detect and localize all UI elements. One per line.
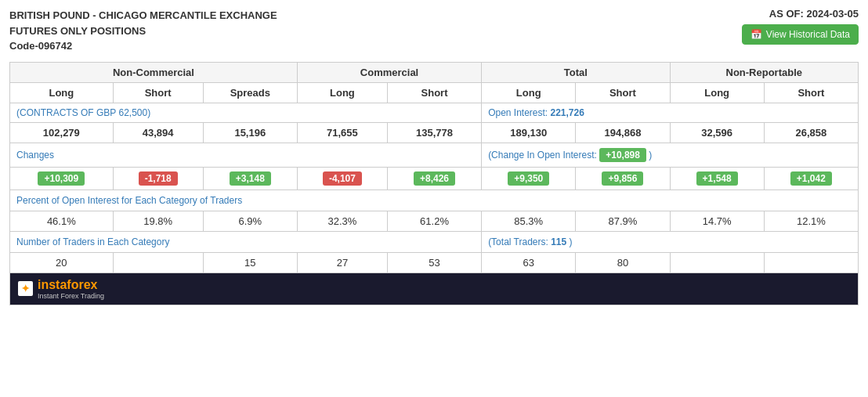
instaforex-sub-text: Instant Forex Trading [38, 292, 104, 300]
col-header-row: Long Short Spreads Long Short Long Short… [10, 82, 859, 103]
nc-spreads-traders: 15 [203, 252, 297, 272]
percent-label-row: Percent of Open Interest for Each Catego… [10, 189, 859, 211]
nc-long-traders: 20 [10, 252, 114, 272]
nr-short-header: Short [764, 82, 858, 103]
traders-label: Number of Traders in Each Category [10, 231, 482, 252]
nc-short-traders [113, 252, 203, 272]
nc-long-value: 102,279 [10, 122, 114, 143]
change-oi-value: +10,898 [599, 148, 646, 162]
traders-label-row: Number of Traders in Each Category (Tota… [10, 231, 859, 252]
nc-long-header: Long [10, 82, 114, 103]
title-line1: BRITISH POUND - CHICAGO MERCANTILE EXCHA… [9, 8, 277, 23]
logo-container: ✦ [18, 281, 33, 296]
title-line2: FUTURES ONLY POSITIONS [9, 23, 277, 39]
change-oi-label: (Change In Open Interest: [488, 150, 597, 161]
instaforex-logo: ✦ instaforex Instant Forex Trading [18, 278, 104, 300]
logo-star: ✦ [21, 283, 30, 294]
t-short-change: +9,856 [576, 167, 670, 189]
c-short-pct: 61.2% [387, 211, 481, 231]
total-traders-label: (Total Traders: [488, 236, 548, 247]
changes-label: Changes [10, 143, 482, 167]
nr-long-value: 32,596 [670, 122, 764, 143]
nc-long-pct: 46.1% [10, 211, 114, 231]
instaforex-logo-text: instaforex [38, 278, 104, 292]
t-long-change: +9,350 [482, 167, 576, 189]
changes-label-row: Changes (Change In Open Interest: +10,89… [10, 143, 859, 167]
nc-spreads-change: +3,148 [203, 167, 297, 189]
nc-spreads-value: 15,196 [203, 122, 297, 143]
t-long-traders: 63 [482, 252, 576, 272]
view-historical-button[interactable]: 📅 View Historical Data [742, 24, 859, 45]
c-short-header: Short [387, 82, 481, 103]
nr-long-pct: 14.7% [670, 211, 764, 231]
nc-short-value: 43,894 [113, 122, 203, 143]
open-interest-cell: Open Interest: 221,726 [482, 103, 859, 122]
t-long-header: Long [482, 82, 576, 103]
nr-short-value: 26,858 [764, 122, 858, 143]
main-table: Non-Commercial Commercial Total Non-Repo… [9, 62, 859, 273]
t-short-traders: 80 [576, 252, 670, 272]
instaforex-footer: ✦ instaforex Instant Forex Trading [9, 273, 859, 305]
nr-long-header: Long [670, 82, 764, 103]
traders-data-row: 20 15 27 53 63 80 [10, 252, 859, 272]
nc-short-pct: 19.8% [113, 211, 203, 231]
c-long-pct: 32.3% [297, 211, 387, 231]
nc-short-change: -1,718 [113, 167, 203, 189]
top-header: BRITISH POUND - CHICAGO MERCANTILE EXCHA… [9, 8, 859, 54]
open-interest-label: Open Interest: [488, 107, 548, 118]
positions-row: 102,279 43,894 15,196 71,655 135,778 189… [10, 122, 859, 143]
open-interest-value: 221,726 [551, 107, 584, 118]
change-oi-close: ) [649, 150, 652, 161]
change-oi-cell: (Change In Open Interest: +10,898 ) [482, 143, 859, 167]
t-long-value: 189,130 [482, 122, 576, 143]
total-traders-cell: (Total Traders: 115 ) [482, 231, 859, 252]
nc-spreads-pct: 6.9% [203, 211, 297, 231]
contracts-label: (CONTRACTS OF GBP 62,500) [10, 103, 482, 122]
group-header-row: Non-Commercial Commercial Total Non-Repo… [10, 62, 859, 82]
nc-spreads-header: Spreads [203, 82, 297, 103]
right-header: AS OF: 2024-03-05 📅 View Historical Data [742, 8, 859, 45]
c-long-value: 71,655 [297, 122, 387, 143]
nr-short-pct: 12.1% [764, 211, 858, 231]
calendar-icon: 📅 [750, 29, 762, 40]
as-of-label: AS OF: 2024-03-05 [769, 8, 859, 20]
changes-badges-row: +10,309 -1,718 +3,148 -4,107 +8,426 +9,3… [10, 167, 859, 189]
percent-data-row: 46.1% 19.8% 6.9% 32.3% 61.2% 85.3% 87.9%… [10, 211, 859, 231]
nr-short-change: +1,042 [764, 167, 858, 189]
total-traders-value: 115 [551, 236, 566, 247]
c-long-header: Long [297, 82, 387, 103]
nr-long-traders [670, 252, 764, 272]
c-short-change: +8,426 [387, 167, 481, 189]
non-commercial-header: Non-Commercial [10, 62, 298, 82]
nr-short-traders [764, 252, 858, 272]
code-label: Code-096742 [9, 38, 277, 54]
t-short-header: Short [576, 82, 670, 103]
title-block: BRITISH POUND - CHICAGO MERCANTILE EXCHA… [9, 8, 277, 54]
nc-short-header: Short [113, 82, 203, 103]
nr-long-change: +1,548 [670, 167, 764, 189]
c-short-value: 135,778 [387, 122, 481, 143]
percent-label: Percent of Open Interest for Each Catego… [10, 189, 859, 211]
c-long-traders: 27 [297, 252, 387, 272]
c-long-change: -4,107 [297, 167, 387, 189]
t-short-pct: 87.9% [576, 211, 670, 231]
main-container: BRITISH POUND - CHICAGO MERCANTILE EXCHA… [0, 0, 868, 305]
total-traders-close: ) [570, 236, 573, 247]
non-reportable-header: Non-Reportable [670, 62, 858, 82]
t-short-value: 194,868 [576, 122, 670, 143]
t-long-pct: 85.3% [482, 211, 576, 231]
total-header: Total [482, 62, 670, 82]
contracts-row: (CONTRACTS OF GBP 62,500) Open Interest:… [10, 103, 859, 122]
nc-long-change: +10,309 [10, 167, 114, 189]
commercial-header: Commercial [297, 62, 481, 82]
c-short-traders: 53 [387, 252, 481, 272]
